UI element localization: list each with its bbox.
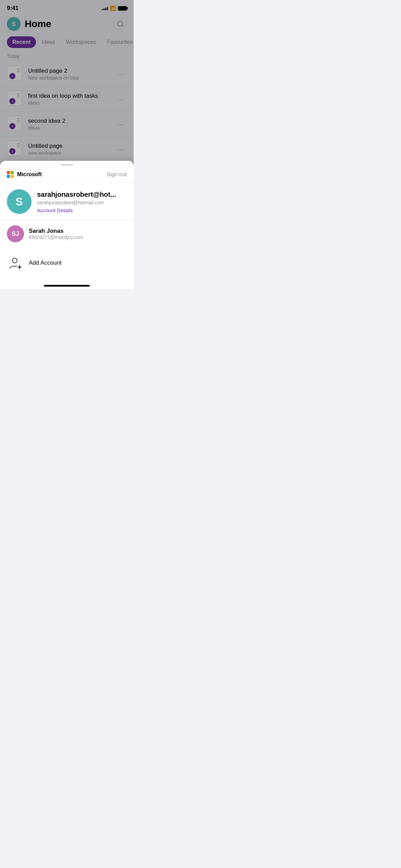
home-indicator [0, 278, 134, 289]
secondary-account[interactable]: SJ Sarah Jonas 69d2d271@moodjoy.com [0, 220, 134, 248]
section-label: Today [0, 52, 134, 62]
item-subtitle: New workspace on loop [28, 75, 110, 81]
item-text: second idwa 2 Ideas [28, 118, 110, 131]
microsoft-logo: Microsoft [7, 171, 42, 178]
primary-account-info: sarahjonasrobert@hot... sarahjonasrobert… [37, 189, 127, 213]
home-bar [44, 285, 90, 287]
secondary-account-info: Sarah Jonas 69d2d271@moodjoy.com [29, 228, 127, 240]
sign-out-button[interactable]: Sign out [107, 171, 127, 178]
item-text: Untitled page 2 New workspace on loop [28, 68, 110, 81]
list-item[interactable]: first idea on loop with tasks Ideas ··· [0, 87, 134, 112]
account-details-link[interactable]: Account Details [37, 207, 127, 213]
more-button[interactable]: ··· [114, 94, 127, 105]
secondary-avatar: SJ [7, 225, 24, 242]
avatar[interactable]: S [7, 17, 21, 31]
primary-account-name: sarahjonasrobert@hot... [37, 191, 127, 198]
ms-blue-square [7, 175, 10, 178]
item-subtitle: Ideas [28, 100, 110, 106]
battery-icon [118, 6, 127, 11]
status-time: 9:41 [7, 5, 19, 12]
tab-recent[interactable]: Recent [7, 36, 36, 48]
signal-icon [102, 6, 108, 10]
ms-green-square [11, 171, 14, 174]
item-title: Untitled page [28, 143, 110, 149]
more-button[interactable]: ··· [114, 144, 127, 155]
item-text: first idea on loop with tasks Ideas [28, 93, 110, 106]
svg-line-1 [122, 25, 123, 27]
page-header: S Home [0, 14, 134, 35]
more-button[interactable]: ··· [114, 119, 127, 130]
add-account-label: Add Account [29, 260, 61, 266]
item-icon [7, 116, 23, 132]
search-button[interactable] [114, 18, 127, 30]
microsoft-grid-icon [7, 171, 14, 178]
tab-ideas[interactable]: Ideas [36, 36, 60, 48]
item-title: second idwa 2 [28, 118, 110, 124]
bottom-sheet: Microsoft Sign out S sarahjonasrobert@ho… [0, 161, 134, 289]
secondary-account-email: 69d2d271@moodjoy.com [29, 234, 127, 240]
list-item[interactable]: Untitled page 2 New workspace on loop ··… [0, 62, 134, 87]
ms-red-square [7, 171, 10, 174]
list-item[interactable]: second idwa 2 Ideas ··· [0, 112, 134, 137]
add-account-icon [7, 254, 24, 272]
wifi-icon: 📶 [110, 5, 116, 11]
svg-point-2 [12, 258, 17, 263]
ms-yellow-square [11, 175, 14, 178]
primary-account[interactable]: S sarahjonasrobert@hot... sarahjonasrobe… [0, 182, 134, 220]
item-title: first idea on loop with tasks [28, 93, 110, 99]
header-left: S Home [7, 17, 51, 31]
item-text: Untitled page new workspace [28, 143, 110, 156]
more-button[interactable]: ··· [114, 69, 127, 80]
list-item[interactable]: Untitled page new workspace ··· [0, 137, 134, 162]
primary-account-email: sarahjonasrobert@hotmail.com [37, 200, 127, 205]
microsoft-label: Microsoft [17, 171, 42, 178]
item-title: Untitled page 2 [28, 68, 110, 74]
item-icon [7, 91, 23, 107]
tab-bar: Recent Ideas Workspaces Favourites [0, 35, 134, 52]
item-subtitle: Ideas [28, 125, 110, 131]
secondary-account-name: Sarah Jonas [29, 228, 127, 234]
tab-workspaces[interactable]: Workspaces [61, 36, 102, 48]
item-subtitle: new workspace [28, 150, 110, 156]
page-title: Home [25, 19, 51, 29]
add-account-row[interactable]: Add Account [0, 248, 134, 278]
primary-avatar: S [7, 189, 32, 214]
sheet-header: Microsoft Sign out [0, 166, 134, 182]
status-bar: 9:41 📶 [0, 0, 134, 14]
item-icon [7, 141, 23, 157]
status-icons: 📶 [102, 5, 127, 11]
item-icon [7, 66, 23, 82]
tab-favourites[interactable]: Favourites [101, 36, 134, 48]
